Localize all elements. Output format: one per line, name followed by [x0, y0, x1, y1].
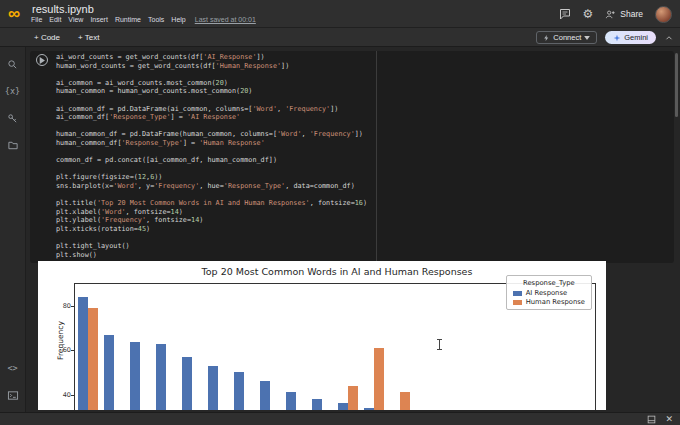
play-icon: [39, 57, 45, 64]
code-line[interactable]: plt.xticks(rotation=45): [56, 225, 670, 234]
menu-item-tools[interactable]: Tools: [148, 16, 164, 23]
variables-glyph: {x}: [5, 86, 20, 96]
panel-dock-icon[interactable]: [647, 415, 656, 424]
code-line[interactable]: ai_common_df = pd.DataFrame(ai_common, c…: [56, 105, 670, 114]
code-line[interactable]: human_word_counts = get_word_counts(df['…: [56, 62, 670, 71]
comments-icon[interactable]: [559, 8, 571, 20]
app-header: ∞ results.ipynb FileEditViewInsertRuntim…: [0, 0, 680, 28]
add-code-button[interactable]: + Code: [30, 31, 64, 44]
variables-icon[interactable]: {x}: [3, 82, 23, 100]
connect-button[interactable]: Connect: [536, 31, 597, 44]
gemini-button[interactable]: Gemini: [605, 31, 656, 44]
code-line[interactable]: plt.tight_layout(): [56, 242, 670, 251]
collapse-header-button[interactable]: [664, 33, 674, 43]
gemini-label: Gemini: [624, 33, 648, 42]
code-line[interactable]: [56, 165, 670, 174]
files-folder-icon[interactable]: [3, 136, 23, 154]
code-line[interactable]: human_common_df['Response_Type'] = 'Huma…: [56, 139, 670, 148]
code-line[interactable]: [56, 70, 670, 79]
legend-title: Response_Type: [513, 279, 585, 287]
code-line[interactable]: common_df = pd.concat([ai_common_df, hum…: [56, 156, 670, 165]
menu-item-insert[interactable]: Insert: [90, 16, 108, 23]
share-button[interactable]: Share: [605, 9, 643, 20]
y-tick-mark: [71, 395, 75, 396]
user-avatar[interactable]: [655, 6, 672, 23]
run-cell-button[interactable]: [36, 54, 48, 66]
menu-item-view[interactable]: View: [68, 16, 83, 23]
legend-item-ai: AI Response: [513, 289, 585, 297]
secrets-key-icon[interactable]: [3, 109, 23, 127]
legend-label-ai: AI Response: [526, 289, 567, 297]
settings-gear-icon[interactable]: ⚙: [583, 8, 594, 20]
terminal-icon[interactable]: [3, 386, 23, 404]
menu-item-file[interactable]: File: [31, 16, 42, 23]
notebook-toolbar: + Code + Text Connect Gemini: [0, 28, 680, 47]
bar-ai-response: [104, 335, 114, 410]
bar-ai-response: [338, 403, 348, 410]
code-snippets-icon[interactable]: <>: [3, 359, 23, 377]
connect-label: Connect: [553, 33, 581, 42]
menu-bar: FileEditViewInsertRuntimeToolsHelpLast s…: [31, 16, 256, 23]
left-sidebar: {x} <>: [0, 47, 26, 412]
code-line[interactable]: [56, 191, 670, 200]
code-line[interactable]: [56, 233, 670, 242]
menu-item-edit[interactable]: Edit: [49, 16, 61, 23]
code-line[interactable]: [56, 122, 670, 131]
code-line[interactable]: plt.xlabel('Word', fontsize=14): [56, 208, 670, 217]
bar-human-response: [88, 308, 98, 410]
bar-ai-response: [78, 297, 88, 410]
bar-human-response: [374, 348, 384, 410]
bar-ai-response: [208, 366, 218, 410]
colab-logo-icon[interactable]: ∞: [8, 1, 20, 27]
bar-ai-response: [364, 408, 374, 410]
share-label: Share: [620, 9, 643, 19]
bottom-bar: ✕: [0, 412, 680, 425]
code-line[interactable]: plt.show(): [56, 251, 670, 260]
code-editor[interactable]: ai_word_counts = get_word_counts(df['AI_…: [56, 53, 670, 259]
chevron-down-icon: [584, 36, 590, 40]
chart-legend: Response_Type AI Response Human Response: [506, 275, 592, 310]
code-line[interactable]: human_common = human_word_counts.most_co…: [56, 87, 670, 96]
y-tick-label: 40: [58, 391, 71, 399]
search-icon[interactable]: [3, 55, 23, 73]
code-line[interactable]: plt.figure(figsize=(12,6)): [56, 173, 670, 182]
legend-item-human: Human Response: [513, 298, 585, 306]
bar-human-response: [400, 392, 410, 410]
code-cell: ai_word_counts = get_word_counts(df['AI_…: [30, 51, 674, 263]
y-tick-label: 60: [58, 346, 71, 354]
notebook-title[interactable]: results.ipynb: [32, 3, 94, 15]
bar-ai-response: [130, 342, 140, 411]
cell-add-group: + Code + Text: [30, 28, 103, 47]
bar-ai-response: [312, 399, 322, 410]
code-line[interactable]: [56, 148, 670, 157]
y-tick-mark: [71, 306, 75, 307]
snippets-glyph: <>: [7, 363, 17, 373]
code-line[interactable]: ai_common_df['Response_Type'] = 'AI Resp…: [56, 113, 670, 122]
sparkle-icon: [613, 34, 621, 42]
bar-ai-response: [182, 357, 192, 410]
ibeam-cursor-icon: [436, 339, 443, 350]
code-line[interactable]: sns.barplot(x='Word', y='Frequency', hue…: [56, 182, 670, 191]
last-saved-link[interactable]: Last saved at 00:01: [195, 16, 256, 23]
code-line[interactable]: human_common_df = pd.DataFrame(human_com…: [56, 130, 670, 139]
legend-swatch-human: [513, 300, 522, 305]
code-line[interactable]: plt.title('Top 20 Most Common Words in A…: [56, 199, 670, 208]
chevron-up-icon: [664, 33, 674, 43]
notebook-scrollbar[interactable]: [675, 53, 678, 117]
cell-output-chart: Top 20 Most Common Words in AI and Human…: [38, 261, 606, 410]
y-tick-mark: [71, 350, 75, 351]
menu-item-help[interactable]: Help: [171, 16, 185, 23]
code-line[interactable]: ai_common = ai_word_counts.most_common(2…: [56, 79, 670, 88]
code-line[interactable]: [56, 96, 670, 105]
bar-ai-response: [234, 372, 244, 410]
code-line[interactable]: ai_word_counts = get_word_counts(df['AI_…: [56, 53, 670, 62]
header-actions: ⚙ Share: [559, 0, 672, 28]
code-line[interactable]: plt.ylabel('Frequency', fontsize=14): [56, 216, 670, 225]
sidebar-bottom-group: <>: [3, 359, 23, 412]
menu-item-runtime[interactable]: Runtime: [115, 16, 141, 23]
bar-ai-response: [286, 392, 296, 410]
colab-window: ∞ results.ipynb FileEditViewInsertRuntim…: [0, 0, 680, 425]
close-icon[interactable]: ✕: [665, 415, 673, 424]
editor-pane-divider: [376, 51, 377, 263]
add-text-button[interactable]: + Text: [74, 31, 103, 44]
